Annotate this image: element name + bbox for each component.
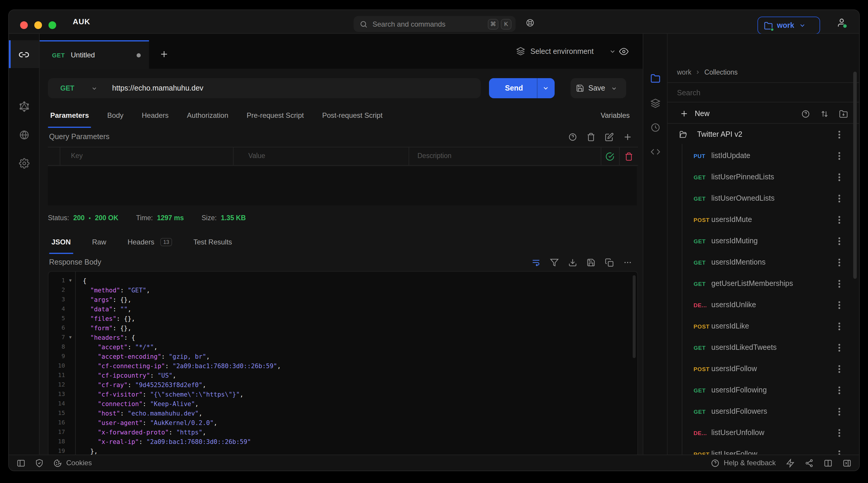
kebab-menu-icon[interactable] xyxy=(838,283,840,284)
save-options-chevron-icon[interactable] xyxy=(611,85,617,91)
rail-item-history[interactable] xyxy=(643,122,667,133)
collection-item-usersidlikedtweets[interactable]: GETusersIdLikedTweets xyxy=(668,337,859,358)
request-tab-authorization[interactable]: Authorization xyxy=(187,111,228,119)
collections-search-input[interactable]: Search xyxy=(677,89,701,97)
save-button[interactable]: Save xyxy=(570,78,626,98)
send-options-chevron-icon[interactable] xyxy=(542,85,549,92)
toggle-sidebar-icon[interactable] xyxy=(17,458,25,467)
shield-check-icon[interactable] xyxy=(35,458,44,467)
share-icon[interactable] xyxy=(805,458,814,467)
new-tab-button[interactable] xyxy=(160,50,168,59)
param-enabled-check-icon[interactable] xyxy=(606,152,614,161)
kebab-menu-icon[interactable] xyxy=(838,240,840,242)
collections-scrollbar[interactable] xyxy=(853,72,857,279)
help-circle-icon[interactable] xyxy=(801,109,810,118)
environment-preview-button[interactable] xyxy=(619,34,643,69)
collection-item-usersidfollowing[interactable]: GETusersIdFollowing xyxy=(668,379,859,401)
collection-item-usersidlike[interactable]: POSTusersIdLike xyxy=(668,315,859,337)
collection-item-usersidmuting[interactable]: GETusersIdMuting xyxy=(668,230,859,252)
method-select[interactable]: GET xyxy=(60,85,74,92)
sort-icon[interactable] xyxy=(820,109,829,118)
help-circle-icon[interactable] xyxy=(568,132,577,141)
help-lifebuoy-icon[interactable] xyxy=(526,18,534,27)
edit-icon[interactable] xyxy=(605,132,614,141)
download-icon[interactable] xyxy=(568,258,577,267)
add-param-icon[interactable] xyxy=(623,132,632,141)
response-tab-headers[interactable]: Headers13 xyxy=(127,238,172,246)
collection-item-usersidfollowers[interactable]: GETusersIdFollowers xyxy=(668,401,859,422)
response-tab-test-results[interactable]: Test Results xyxy=(193,238,232,246)
kebab-menu-icon[interactable] xyxy=(838,389,840,391)
rail-item-graphql[interactable] xyxy=(9,101,39,112)
kebab-menu-icon[interactable] xyxy=(838,176,840,178)
user-avatar[interactable] xyxy=(837,18,847,28)
variables-link[interactable]: Variables xyxy=(601,111,630,119)
send-button[interactable]: Send xyxy=(489,78,555,98)
request-tab-untitled[interactable]: GET Untitled xyxy=(40,40,149,69)
trash-icon[interactable] xyxy=(587,132,595,141)
request-tab-body[interactable]: Body xyxy=(107,111,124,119)
kebab-menu-icon[interactable] xyxy=(838,219,840,221)
param-key-input[interactable]: Key xyxy=(71,152,83,159)
collection-item-usersidmentions[interactable]: GETusersIdMentions xyxy=(668,252,859,273)
save-response-icon[interactable] xyxy=(587,258,595,267)
close-window-button[interactable] xyxy=(20,21,28,29)
environment-selector[interactable]: Select environment xyxy=(516,34,616,69)
more-options-icon[interactable] xyxy=(623,258,632,267)
kebab-menu-icon[interactable] xyxy=(838,134,840,135)
kebab-menu-icon[interactable] xyxy=(838,155,840,157)
response-tab-raw[interactable]: Raw xyxy=(92,238,106,246)
kebab-menu-icon[interactable] xyxy=(838,197,840,199)
workspace-switcher-button[interactable]: work xyxy=(757,17,820,34)
collection-item-getuserlistmemberships[interactable]: GETgetUserListMemberships xyxy=(668,273,859,294)
rail-item-code[interactable] xyxy=(643,147,667,157)
param-delete-icon[interactable] xyxy=(624,152,633,161)
cookies-button[interactable]: Cookies xyxy=(66,459,92,467)
new-button[interactable]: New xyxy=(695,110,791,118)
request-tab-post-request-script[interactable]: Post-request Script xyxy=(322,111,382,119)
fold-toggle-icon[interactable]: ▼ xyxy=(67,333,74,342)
collection-item-listuserunfollow[interactable]: DE...listUserUnfollow xyxy=(668,422,859,443)
collection-item-usersidunlike[interactable]: DE...usersIdUnlike xyxy=(668,294,859,315)
collection-item-listuserfollow[interactable]: POSTlistUserFollow xyxy=(668,443,859,455)
copy-icon[interactable] xyxy=(605,258,614,267)
import-folder-icon[interactable] xyxy=(839,109,848,118)
help-circle-icon[interactable] xyxy=(711,458,720,467)
response-tab-json[interactable]: JSON xyxy=(52,238,71,246)
collection-item-usersidfollow[interactable]: POSTusersIdFollow xyxy=(668,358,859,379)
zoom-window-button[interactable] xyxy=(49,21,56,29)
cookie-icon[interactable] xyxy=(53,458,62,467)
breadcrumb-collections[interactable]: Collections xyxy=(705,69,738,76)
rail-item-environments[interactable] xyxy=(643,98,667,108)
rail-item-settings[interactable] xyxy=(9,158,39,169)
filter-icon[interactable] xyxy=(550,258,559,267)
collection-item-usersidmute[interactable]: POSTusersIdMute xyxy=(668,209,859,230)
breadcrumb-workspace[interactable]: work xyxy=(677,69,691,76)
collection-item-listidupdate[interactable]: PUTlistIdUpdate xyxy=(668,145,859,166)
split-view-icon[interactable] xyxy=(824,458,833,467)
collection-item-listuserownedlists[interactable]: GETlistUserOwnedLists xyxy=(668,188,859,209)
kebab-menu-icon[interactable] xyxy=(838,261,840,263)
kebab-menu-icon[interactable] xyxy=(838,410,840,412)
zap-icon[interactable] xyxy=(786,458,795,467)
collection-twitter-api-v2[interactable]: Twitter API v2 xyxy=(668,127,859,142)
url-input[interactable]: GET https://echo.mamahuhu.dev xyxy=(48,78,481,98)
rail-item-globe[interactable] xyxy=(9,130,39,140)
param-value-input[interactable]: Value xyxy=(248,152,265,159)
rail-item-rest[interactable] xyxy=(9,50,39,60)
kebab-menu-icon[interactable] xyxy=(838,325,840,327)
word-wrap-icon[interactable] xyxy=(532,258,540,267)
rail-item-collections[interactable] xyxy=(643,74,667,83)
param-description-input[interactable]: Description xyxy=(417,152,452,159)
request-tab-headers[interactable]: Headers xyxy=(142,111,169,119)
kebab-menu-icon[interactable] xyxy=(838,432,840,433)
kebab-menu-icon[interactable] xyxy=(838,368,840,370)
collection-item-listuserpinnedlists[interactable]: GETlistUserPinnedLists xyxy=(668,166,859,188)
code-scrollbar[interactable] xyxy=(633,275,636,358)
global-search-input[interactable]: Search and commands ⌘ K xyxy=(353,16,516,32)
toggle-right-panel-icon[interactable] xyxy=(843,458,851,467)
response-body-editor[interactable]: 1▼{2 "method": "GET",3 "args": {},4 "dat… xyxy=(48,271,638,455)
request-tab-pre-request-script[interactable]: Pre-request Script xyxy=(247,111,304,119)
kebab-menu-icon[interactable] xyxy=(838,346,840,348)
request-tab-parameters[interactable]: Parameters xyxy=(50,111,89,119)
